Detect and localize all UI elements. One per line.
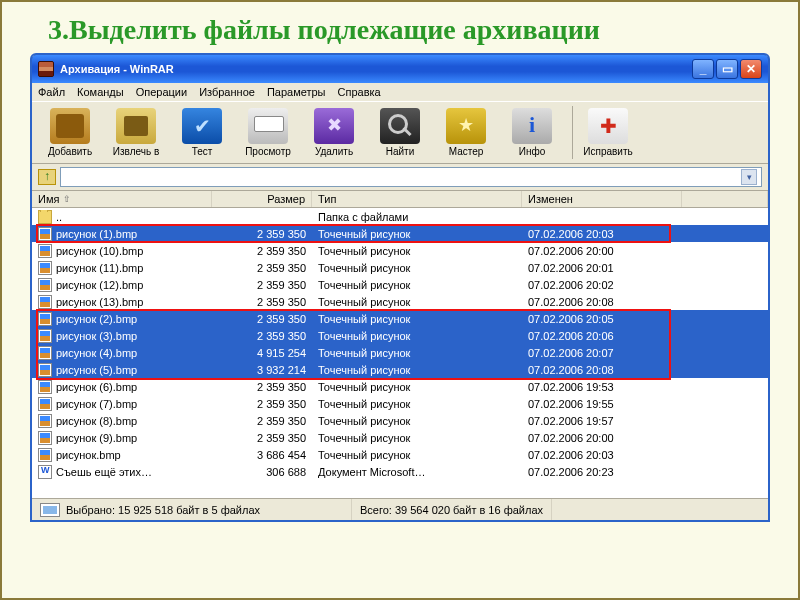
- bmp-icon: [38, 380, 52, 394]
- file-name: рисунок (11).bmp: [56, 262, 143, 274]
- minimize-button[interactable]: _: [692, 59, 714, 79]
- test-button[interactable]: Тест: [170, 106, 234, 159]
- repair-button[interactable]: Исправить: [572, 106, 636, 159]
- file-size: 2 359 350: [212, 279, 312, 291]
- file-modified: 07.02.2006 20:03: [522, 449, 682, 461]
- table-row[interactable]: рисунок.bmp3 686 454Точечный рисунок07.0…: [32, 446, 768, 463]
- file-size: 2 359 350: [212, 313, 312, 325]
- file-name: рисунок (10).bmp: [56, 245, 143, 257]
- bmp-icon: [38, 414, 52, 428]
- file-name: рисунок (12).bmp: [56, 279, 143, 291]
- menu-commands[interactable]: Команды: [77, 86, 124, 98]
- file-size: 4 915 254: [212, 347, 312, 359]
- file-modified: 07.02.2006 19:55: [522, 398, 682, 410]
- col-name[interactable]: Имя⇧: [32, 191, 212, 207]
- wizard-button[interactable]: Мастер: [434, 106, 498, 159]
- delete-button[interactable]: Удалить: [302, 106, 366, 159]
- file-name: рисунок (8).bmp: [56, 415, 137, 427]
- maximize-button[interactable]: ▭: [716, 59, 738, 79]
- path-combo[interactable]: ▾: [60, 167, 762, 187]
- table-row[interactable]: рисунок (9).bmp2 359 350Точечный рисунок…: [32, 429, 768, 446]
- table-row[interactable]: Съешь ещё этих…306 688Документ Microsoft…: [32, 463, 768, 480]
- table-row[interactable]: рисунок (13).bmp2 359 350Точечный рисуно…: [32, 293, 768, 310]
- extract-button[interactable]: Извлечь в: [104, 106, 168, 159]
- menu-help[interactable]: Справка: [338, 86, 381, 98]
- up-folder-icon[interactable]: [38, 169, 56, 185]
- file-size: 3 686 454: [212, 449, 312, 461]
- table-row[interactable]: рисунок (8).bmp2 359 350Точечный рисунок…: [32, 412, 768, 429]
- bmp-icon: [38, 278, 52, 292]
- file-modified: 07.02.2006 20:23: [522, 466, 682, 478]
- table-row[interactable]: рисунок (7).bmp2 359 350Точечный рисунок…: [32, 395, 768, 412]
- file-type: Точечный рисунок: [312, 364, 522, 376]
- bmp-icon: [38, 346, 52, 360]
- info-icon: [512, 108, 552, 144]
- test-icon: [182, 108, 222, 144]
- col-modified[interactable]: Изменен: [522, 191, 682, 207]
- file-modified: 07.02.2006 19:57: [522, 415, 682, 427]
- table-row[interactable]: рисунок (11).bmp2 359 350Точечный рисуно…: [32, 259, 768, 276]
- file-modified: 07.02.2006 19:53: [522, 381, 682, 393]
- menu-favorites[interactable]: Избранное: [199, 86, 255, 98]
- table-row[interactable]: рисунок (12).bmp2 359 350Точечный рисуно…: [32, 276, 768, 293]
- file-list[interactable]: ..Папка с файламирисунок (1).bmp2 359 35…: [32, 208, 768, 498]
- file-size: 2 359 350: [212, 398, 312, 410]
- menu-file[interactable]: Файл: [38, 86, 65, 98]
- file-type: Точечный рисунок: [312, 415, 522, 427]
- file-name: рисунок (6).bmp: [56, 381, 137, 393]
- col-size[interactable]: Размер: [212, 191, 312, 207]
- file-modified: 07.02.2006 20:05: [522, 313, 682, 325]
- address-bar: ▾: [32, 164, 768, 191]
- file-modified: 07.02.2006 20:00: [522, 245, 682, 257]
- file-name: рисунок (7).bmp: [56, 398, 137, 410]
- find-icon: [380, 108, 420, 144]
- file-modified: 07.02.2006 20:08: [522, 364, 682, 376]
- file-type: Точечный рисунок: [312, 381, 522, 393]
- wizard-icon: [446, 108, 486, 144]
- table-row[interactable]: ..Папка с файлами: [32, 208, 768, 225]
- file-name: Съешь ещё этих…: [56, 466, 152, 478]
- slide-heading: 3.Выделить файлы подлежащие архивации: [2, 2, 798, 53]
- file-size: 2 359 350: [212, 228, 312, 240]
- file-modified: 07.02.2006 20:00: [522, 432, 682, 444]
- bmp-icon: [38, 312, 52, 326]
- add-button[interactable]: Добавить: [38, 106, 102, 159]
- file-type: Точечный рисунок: [312, 296, 522, 308]
- table-row[interactable]: рисунок (6).bmp2 359 350Точечный рисунок…: [32, 378, 768, 395]
- status-bar: Выбрано: 15 925 518 байт в 5 файлах Всег…: [32, 498, 768, 520]
- file-size: 2 359 350: [212, 245, 312, 257]
- bmp-icon: [38, 431, 52, 445]
- titlebar[interactable]: Архивация - WinRAR _ ▭ ✕: [32, 55, 768, 83]
- table-row[interactable]: рисунок (5).bmp3 932 214Точечный рисунок…: [32, 361, 768, 378]
- chevron-down-icon[interactable]: ▾: [741, 169, 757, 185]
- file-modified: 07.02.2006 20:07: [522, 347, 682, 359]
- file-name: рисунок (4).bmp: [56, 347, 137, 359]
- delete-icon: [314, 108, 354, 144]
- bmp-icon: [38, 227, 52, 241]
- bmp-icon: [38, 261, 52, 275]
- col-type[interactable]: Тип: [312, 191, 522, 207]
- toolbar: Добавить Извлечь в Тест Просмотр Удалить…: [32, 101, 768, 164]
- table-row[interactable]: рисунок (2).bmp2 359 350Точечный рисунок…: [32, 310, 768, 327]
- menu-operations[interactable]: Операции: [136, 86, 187, 98]
- close-button[interactable]: ✕: [740, 59, 762, 79]
- info-button[interactable]: Инфо: [500, 106, 564, 159]
- file-type: Точечный рисунок: [312, 262, 522, 274]
- file-size: 2 359 350: [212, 262, 312, 274]
- view-button[interactable]: Просмотр: [236, 106, 300, 159]
- file-type: Точечный рисунок: [312, 313, 522, 325]
- add-icon: [50, 108, 90, 144]
- file-type: Точечный рисунок: [312, 398, 522, 410]
- file-name: рисунок (1).bmp: [56, 228, 137, 240]
- table-row[interactable]: рисунок (10).bmp2 359 350Точечный рисуно…: [32, 242, 768, 259]
- table-row[interactable]: рисунок (3).bmp2 359 350Точечный рисунок…: [32, 327, 768, 344]
- find-button[interactable]: Найти: [368, 106, 432, 159]
- file-size: 2 359 350: [212, 381, 312, 393]
- file-name: рисунок (5).bmp: [56, 364, 137, 376]
- menu-options[interactable]: Параметры: [267, 86, 326, 98]
- doc-icon: [38, 465, 52, 479]
- column-headers: Имя⇧ Размер Тип Изменен: [32, 191, 768, 208]
- table-row[interactable]: рисунок (4).bmp4 915 254Точечный рисунок…: [32, 344, 768, 361]
- view-icon: [248, 108, 288, 144]
- table-row[interactable]: рисунок (1).bmp2 359 350Точечный рисунок…: [32, 225, 768, 242]
